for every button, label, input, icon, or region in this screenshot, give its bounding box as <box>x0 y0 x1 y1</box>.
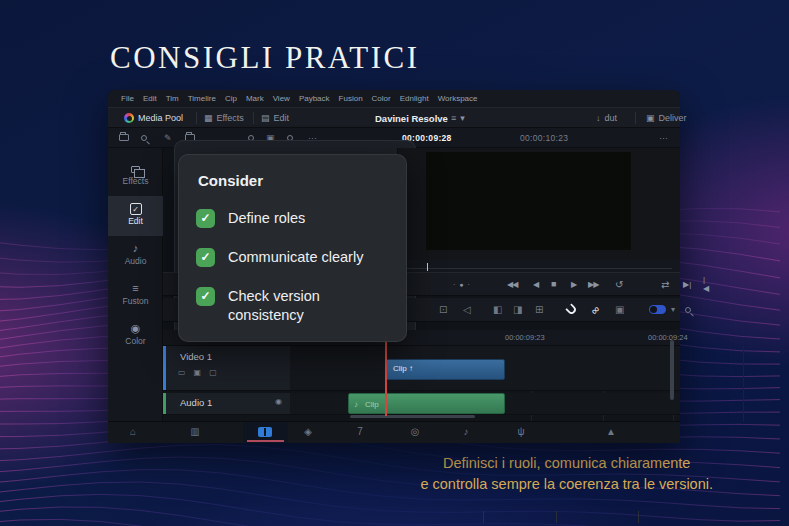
menu-fairlight[interactable]: Ednlight <box>400 94 429 103</box>
skip-start-icon: ◀◀ <box>507 280 517 289</box>
next-edit-button[interactable]: ▶| <box>683 273 691 295</box>
prev-edit-button[interactable]: |◀ <box>703 273 709 295</box>
search-button[interactable] <box>141 128 147 147</box>
checklist-item[interactable]: ✓ Communicate clearly <box>196 248 389 267</box>
link-clips-button[interactable]: ∞ <box>591 298 599 321</box>
fairlight2-page-button[interactable]: ψ <box>508 422 534 441</box>
menu-edit[interactable]: Edit <box>143 94 157 103</box>
color-page-button[interactable]: ◎ <box>402 422 428 441</box>
audio-track-header[interactable]: Audio 1 ◉ <box>163 393 290 415</box>
loop-icon: ↺ <box>615 279 623 290</box>
go-to-start-button[interactable]: ◀◀ <box>507 273 517 295</box>
effects-button[interactable]: ▦ Effects <box>204 108 244 128</box>
go-to-end-button[interactable]: ▶▶ <box>588 273 598 295</box>
loop-button[interactable]: ↺ <box>615 273 623 295</box>
sidebar-item-edit[interactable]: ✓ Edit <box>108 196 163 236</box>
record-icon: · ● · <box>453 281 471 288</box>
menu-file[interactable]: File <box>121 94 134 103</box>
step-back-button[interactable]: ◀ <box>533 273 538 295</box>
cut-page-button[interactable]: ↓ dut <box>596 108 617 128</box>
video-track-header[interactable]: Video 1 ▭▣▢ <box>163 346 290 391</box>
viewer-more-button[interactable]: ··· <box>659 128 668 147</box>
scrub-bar[interactable] <box>397 260 680 272</box>
fusion-page-button[interactable]: ◈ <box>295 422 321 441</box>
speaker-icon: ◁ <box>463 304 471 315</box>
bin-button[interactable] <box>119 128 129 147</box>
checklist-label: Check version consistency <box>228 287 386 325</box>
search-icon <box>141 135 147 141</box>
ruler-timecode: 00:00:09:23 <box>505 333 545 342</box>
timeline-view-button[interactable]: ⊡ <box>439 298 447 321</box>
playhead[interactable] <box>385 335 387 416</box>
menu-workspace[interactable]: Workspace <box>438 94 478 103</box>
snapping-button[interactable] <box>567 298 576 321</box>
checkbox-checked[interactable]: ✓ <box>196 287 215 306</box>
vertical-scrollbar[interactable] <box>670 340 674 400</box>
sidebar-item-audio[interactable]: ♪ Audio <box>108 236 163 276</box>
color-page-icon: ◎ <box>411 426 420 437</box>
video-track-name: Video 1 <box>180 351 212 362</box>
horizontal-scrollbar[interactable] <box>350 415 475 418</box>
menu-trim[interactable]: Tim <box>166 94 179 103</box>
toggle-icon <box>649 305 666 314</box>
grid-line <box>743 346 744 422</box>
stop-button[interactable]: ■ <box>551 273 555 295</box>
sidebar-label: Fuston <box>123 296 149 306</box>
menu-color[interactable]: Color <box>372 94 391 103</box>
ruler-timecode: 00:00:09:24 <box>648 333 688 342</box>
media-pool-button[interactable]: Media Pool <box>124 108 183 128</box>
sidebar-item-effects[interactable]: Effects <box>108 156 163 196</box>
viewer-column <box>397 148 680 260</box>
video-preview <box>426 152 631 250</box>
match-frame-button[interactable]: ⇄ <box>661 273 669 295</box>
fairlight-page-button[interactable]: ♪ <box>453 422 479 441</box>
divider <box>638 511 639 523</box>
overwrite-clip-button[interactable]: ⊞ <box>535 298 543 321</box>
annotate-button[interactable]: ✎ <box>164 128 172 147</box>
video-track-controls[interactable]: ▭▣▢ <box>178 368 225 377</box>
position-lock-button[interactable]: ▣ <box>615 298 624 321</box>
checkbox-checked[interactable]: ✓ <box>196 209 215 228</box>
checklist-item[interactable]: ✓ Define roles <box>196 209 389 228</box>
menu-view[interactable]: View <box>273 94 290 103</box>
menu-fusion[interactable]: Fusion <box>339 94 363 103</box>
checkbox-checked[interactable]: ✓ <box>196 248 215 267</box>
flag-dropdown[interactable]: ▾ <box>671 298 675 321</box>
track-mute-icon[interactable]: ◉ <box>275 397 282 406</box>
insert-clip-button[interactable]: ◨ <box>513 298 522 321</box>
deliver-page-button[interactable]: ▲ <box>598 422 624 441</box>
record-controls[interactable]: · ● · <box>453 273 471 295</box>
color-icon: ◉ <box>108 321 163 336</box>
menu-playback[interactable]: Payback <box>299 94 330 103</box>
audio-track-name: Audio 1 <box>180 397 212 408</box>
menu-timeline[interactable]: Timelire <box>188 94 216 103</box>
audio-clip[interactable]: Clip ♪ <box>348 393 505 414</box>
audio-monitor-button[interactable]: ◁ <box>463 298 471 321</box>
deliver-button[interactable]: ▣ Deliver <box>646 108 687 128</box>
video-track-accent <box>163 346 166 390</box>
sidebar-item-fusion[interactable]: ≡ Fuston <box>108 276 163 316</box>
seven-page-button[interactable]: 7 <box>347 422 373 441</box>
play-button[interactable]: ▶ <box>571 273 576 295</box>
menu-bar: File Edit Tim Timelire Cip Mark View Pay… <box>108 90 680 107</box>
edit-page-button[interactable] <box>252 422 278 441</box>
timeline-zoom-button[interactable] <box>685 298 691 321</box>
sidebar-item-color[interactable]: ◉ Color <box>108 316 163 356</box>
edit-index-button[interactable]: ▤ Edit <box>261 108 289 128</box>
step-back-icon: ◀ <box>533 280 538 289</box>
trim-mode-button[interactable]: ◧ <box>493 298 502 321</box>
slide-caption: Definisci i ruoli, comunica chiaramente … <box>420 453 713 495</box>
scrub-playhead[interactable] <box>427 263 428 271</box>
menu-clip[interactable]: Cip <box>225 94 237 103</box>
media-page-button[interactable]: ⌂ <box>120 422 146 441</box>
caption-line-2: e controlla sempre la coerenza tra le ve… <box>420 474 713 495</box>
menu-mark[interactable]: Mark <box>246 94 264 103</box>
checklist-item[interactable]: ✓ Check version consistency <box>196 287 389 325</box>
chevron-down-icon: ▾ <box>460 113 465 123</box>
consider-panel: Consider ✓ Define roles ✓ Communicate cl… <box>178 154 407 342</box>
sidebar-label: Color <box>125 336 145 346</box>
flag-toggle[interactable] <box>649 298 666 321</box>
title-menu-button[interactable]: ≡ ▾ <box>451 108 465 128</box>
video-clip[interactable]: Clip ↑ <box>385 359 505 380</box>
cut-page-button[interactable]: ▥ <box>182 422 208 441</box>
